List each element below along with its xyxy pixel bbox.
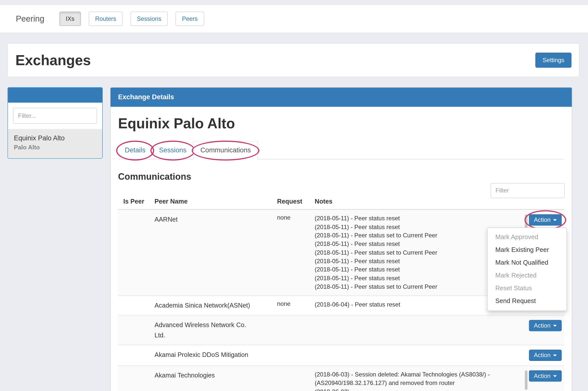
nav-button-peers[interactable]: Peers bbox=[175, 12, 204, 26]
action-button[interactable]: Action bbox=[529, 350, 562, 361]
exchange-list-panel: Equinix Palo Alto Palo Alto bbox=[8, 87, 103, 159]
table-row: AARNet none (2018-05-11) - Peer status r… bbox=[118, 210, 564, 296]
exchange-filter-input[interactable] bbox=[13, 108, 97, 124]
action-dropdown: Action bbox=[529, 320, 562, 331]
action-button[interactable]: Action bbox=[529, 214, 562, 226]
exchange-details-panel: Exchange Details Equinix Palo Alto Detai… bbox=[110, 87, 572, 391]
tab-details-label: Details bbox=[125, 146, 146, 154]
action-dropdown: Action bbox=[529, 350, 562, 361]
tab-sessions[interactable]: Sessions bbox=[152, 141, 193, 159]
peer-name-cell: Academia Sinica Network(ASNet) bbox=[155, 296, 277, 315]
action-dropdown-menu: Mark Approved Mark Existing Peer Mark No… bbox=[487, 228, 567, 311]
request-cell bbox=[277, 316, 315, 345]
section-title: Communications bbox=[118, 171, 564, 182]
action-cell: Action bbox=[529, 316, 567, 345]
peer-name-cell: AARNet bbox=[155, 210, 277, 296]
request-cell: none bbox=[277, 296, 315, 315]
action-button[interactable]: Action bbox=[529, 320, 562, 331]
table-row: Advanced Wireless Network Co. Ltd. Actio… bbox=[118, 315, 564, 345]
column-header-request: Request bbox=[277, 193, 315, 209]
is-peer-cell bbox=[123, 345, 155, 365]
is-peer-cell bbox=[123, 366, 155, 391]
page: Peering IXs Routers Sessions Peers Excha… bbox=[0, 0, 588, 391]
request-cell bbox=[277, 366, 315, 391]
action-cell: Action Mark Approved Mark Existing Peer … bbox=[529, 210, 567, 296]
tab-bar: Details Sessions Communications bbox=[118, 139, 564, 159]
action-button-label: Action bbox=[534, 373, 551, 379]
peer-name-cell: Akamai Technologies bbox=[155, 366, 277, 391]
action-dropdown: Action Mark Approved Mark Existing Peer … bbox=[529, 214, 562, 226]
top-navbar: Peering IXs Routers Sessions Peers bbox=[0, 5, 588, 33]
exchange-list-header bbox=[8, 88, 103, 103]
nav-button-ixs[interactable]: IXs bbox=[59, 12, 81, 26]
request-cell: none bbox=[277, 210, 315, 296]
tab-communications[interactable]: Communications bbox=[193, 141, 258, 160]
communications-filter-input[interactable] bbox=[491, 183, 565, 198]
page-header-panel: Exchanges Settings bbox=[8, 43, 579, 77]
page-title: Exchanges bbox=[16, 52, 91, 68]
exchange-list-item[interactable]: Equinix Palo Alto Palo Alto bbox=[8, 129, 103, 158]
nav-button-routers[interactable]: Routers bbox=[89, 12, 123, 26]
action-button-label: Action bbox=[534, 322, 551, 329]
caret-down-icon bbox=[553, 219, 557, 221]
request-cell bbox=[277, 345, 315, 365]
exchange-location: Palo Alto bbox=[14, 144, 96, 151]
panel-header: Exchange Details bbox=[111, 88, 572, 107]
exchange-title: Equinix Palo Alto bbox=[118, 115, 564, 132]
communications-table: Is Peer Peer Name Request Notes AARNet n… bbox=[118, 193, 564, 391]
menu-item-mark-existing-peer[interactable]: Mark Existing Peer bbox=[488, 244, 567, 256]
exchange-name: Equinix Palo Alto bbox=[14, 134, 96, 142]
menu-item-mark-rejected[interactable]: Mark Rejected bbox=[488, 269, 567, 282]
action-cell: Action bbox=[529, 345, 567, 365]
notes-cell bbox=[315, 345, 529, 365]
is-peer-cell bbox=[123, 296, 155, 315]
column-header-peer-name: Peer Name bbox=[155, 193, 277, 209]
tab-communications-label: Communications bbox=[201, 146, 251, 154]
is-peer-cell bbox=[123, 316, 155, 345]
table-row: Akamai Prolexic DDoS Mitigation Action bbox=[118, 345, 564, 366]
column-header-is-peer: Is Peer bbox=[123, 193, 155, 209]
caret-down-icon bbox=[553, 325, 557, 327]
action-button[interactable]: Action bbox=[529, 370, 562, 382]
nav-button-sessions[interactable]: Sessions bbox=[131, 12, 168, 26]
action-cell: Action bbox=[529, 366, 567, 391]
caret-down-icon bbox=[553, 375, 557, 377]
menu-item-mark-not-qualified[interactable]: Mark Not Qualified bbox=[488, 256, 567, 269]
notes-cell bbox=[315, 316, 529, 345]
action-dropdown: Action bbox=[529, 370, 562, 382]
table-row: Akamai Technologies (2018-06-03) - Sessi… bbox=[118, 365, 564, 391]
notes-scrollbar-thumb[interactable] bbox=[525, 370, 528, 390]
action-button-label: Action bbox=[534, 217, 551, 223]
peer-name-cell: Advanced Wireless Network Co. Ltd. bbox=[155, 316, 252, 345]
peer-name-cell: Akamai Prolexic DDoS Mitigation bbox=[155, 345, 277, 365]
action-button-label: Action bbox=[534, 352, 551, 359]
navbar-brand: Peering bbox=[16, 14, 44, 24]
tab-details[interactable]: Details bbox=[118, 141, 152, 159]
settings-button[interactable]: Settings bbox=[535, 53, 571, 68]
notes-cell: (2018-06-03) - Session deleted: Akamai T… bbox=[315, 366, 529, 391]
menu-item-mark-approved[interactable]: Mark Approved bbox=[488, 231, 567, 244]
menu-item-send-request[interactable]: Send Request bbox=[488, 295, 567, 308]
menu-item-reset-status[interactable]: Reset Status bbox=[488, 282, 567, 295]
notes-text: (2018-06-03) - Session deleted: Akamai T… bbox=[315, 370, 522, 391]
caret-down-icon bbox=[553, 354, 557, 356]
tab-sessions-label: Sessions bbox=[159, 146, 187, 154]
is-peer-cell bbox=[123, 210, 155, 296]
